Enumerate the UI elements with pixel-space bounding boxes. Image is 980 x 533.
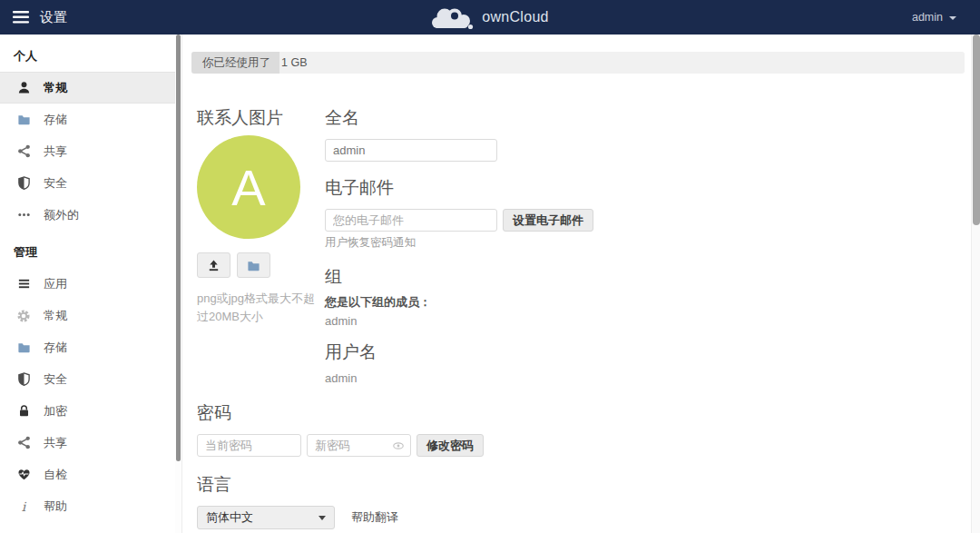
top-header-bar: 设置 ownCloud admin: [0, 0, 980, 35]
chevron-down-icon: [949, 16, 956, 20]
sidebar-item-personal-general[interactable]: 常规: [0, 72, 181, 104]
quota-used-label: 你已经使用了: [202, 55, 270, 71]
share-icon: [16, 144, 31, 159]
sidebar-item-label: 共享: [44, 143, 67, 160]
sidebar-item-label: 常规: [44, 308, 67, 324]
password-heading: 密码: [197, 401, 971, 425]
cloud-logo-icon: [431, 4, 474, 31]
groups-member-label: 您是以下组的成员：: [325, 294, 971, 311]
sidebar-item-label: 安全: [44, 371, 67, 388]
info-icon: i: [16, 499, 31, 514]
select-from-files-button[interactable]: [237, 252, 270, 278]
gear-icon: [16, 309, 31, 323]
user-icon: [16, 81, 31, 95]
quota-total-value: 1 GB: [279, 56, 308, 69]
sidebar-section-admin: 管理: [0, 231, 181, 268]
sidebar-item-label: 安全: [44, 175, 67, 192]
fullname-input[interactable]: [325, 139, 497, 162]
email-hint: 用户恢复密码通知: [325, 235, 971, 251]
user-menu-label: admin: [912, 11, 943, 24]
fullname-heading: 全名: [325, 106, 971, 130]
logo-text: ownCloud: [482, 9, 549, 25]
password-section: 密码 修改密码: [182, 401, 971, 457]
language-heading: 语言: [197, 473, 971, 497]
upload-avatar-button[interactable]: [197, 252, 230, 278]
sidebar-item-admin-security[interactable]: 安全: [0, 363, 181, 395]
owncloud-logo[interactable]: ownCloud: [290, 4, 690, 31]
settings-content: 你已经使用了 1 GB 联系人图片 A png或jpg格式最大不超过20MB大小…: [181, 35, 971, 533]
upload-icon: [207, 259, 220, 272]
language-select[interactable]: 简体中文: [197, 506, 335, 529]
groups-value: admin: [325, 314, 971, 328]
share-icon: [16, 436, 31, 450]
sidebar-item-admin-encryption[interactable]: 加密: [0, 395, 181, 427]
profile-section: 联系人图片 A png或jpg格式最大不超过20MB大小 全名 电子邮件: [182, 106, 971, 385]
sidebar-item-label: 存储: [44, 112, 67, 128]
avatar: A: [197, 135, 300, 239]
folder-icon: [247, 259, 260, 272]
sidebar-item-label: 加密: [44, 403, 67, 419]
window-scrollbar-thumb[interactable]: [973, 35, 980, 225]
quota-used-segment: 你已经使用了: [191, 52, 279, 74]
hamburger-icon: [13, 11, 29, 24]
sidebar-item-label: 常规: [44, 80, 67, 96]
sidebar-item-personal-additional[interactable]: 额外的: [0, 199, 181, 231]
settings-sidebar: 个人 常规 存储 共享 安全 额外的 管理 应用: [0, 35, 181, 533]
sidebar-item-personal-sharing[interactable]: 共享: [0, 135, 181, 167]
shield-icon: [16, 176, 31, 191]
username-heading: 用户名: [325, 341, 971, 364]
avatar-upload-hint: png或jpg格式最大不超过20MB大小: [197, 290, 324, 325]
groups-heading: 组: [325, 265, 971, 289]
user-menu[interactable]: admin: [690, 11, 980, 24]
current-password-input[interactable]: [197, 434, 301, 457]
sidebar-item-admin-apps[interactable]: 应用: [0, 268, 181, 300]
heartbeat-icon: [16, 468, 31, 482]
sidebar-item-admin-storage[interactable]: 存储: [0, 331, 181, 363]
change-password-button[interactable]: 修改密码: [416, 434, 484, 457]
language-selected-option: 简体中文: [206, 509, 253, 526]
sidebar-item-personal-storage[interactable]: 存储: [0, 104, 181, 135]
app-menu-icon[interactable]: [13, 11, 29, 24]
chevron-down-icon: [318, 516, 326, 520]
sidebar-item-admin-general[interactable]: 常规: [0, 300, 181, 331]
sidebar-item-admin-help[interactable]: i 帮助: [0, 490, 181, 522]
sidebar-item-label: 应用: [44, 276, 67, 292]
contact-picture-heading: 联系人图片: [197, 106, 325, 130]
sidebar-item-personal-security[interactable]: 安全: [0, 167, 181, 199]
email-input[interactable]: [325, 209, 497, 232]
sidebar-item-admin-sharing[interactable]: 共享: [0, 427, 181, 459]
username-value: admin: [325, 371, 971, 385]
help-translate-link[interactable]: 帮助翻译: [351, 509, 398, 526]
sidebar-item-admin-selfcheck[interactable]: 自检: [0, 459, 181, 490]
sidebar-item-label: 帮助: [44, 498, 67, 515]
show-password-icon[interactable]: [392, 439, 405, 456]
avatar-letter: A: [231, 158, 265, 217]
sidebar-item-label: 共享: [44, 435, 67, 451]
language-section: 语言 简体中文 帮助翻译: [182, 473, 971, 529]
sidebar-item-label: 自检: [44, 467, 67, 483]
list-icon: [16, 277, 31, 291]
shield-icon: [16, 372, 31, 387]
sidebar-item-label: 存储: [44, 340, 67, 356]
set-email-button[interactable]: 设置电子邮件: [503, 209, 593, 232]
window-scrollbar: [971, 35, 980, 533]
sidebar-scrollbar: [175, 35, 181, 533]
sidebar-section-personal: 个人: [0, 35, 181, 72]
ellipsis-icon: [16, 208, 31, 222]
lock-icon: [16, 404, 31, 419]
quota-bar: 你已经使用了 1 GB: [191, 52, 965, 74]
page-title: 设置: [40, 9, 67, 26]
sidebar-item-label: 额外的: [44, 207, 79, 223]
folder-icon: [16, 341, 31, 355]
folder-icon: [16, 113, 31, 127]
sidebar-scrollbar-thumb[interactable]: [176, 35, 181, 461]
email-heading: 电子邮件: [325, 176, 971, 200]
